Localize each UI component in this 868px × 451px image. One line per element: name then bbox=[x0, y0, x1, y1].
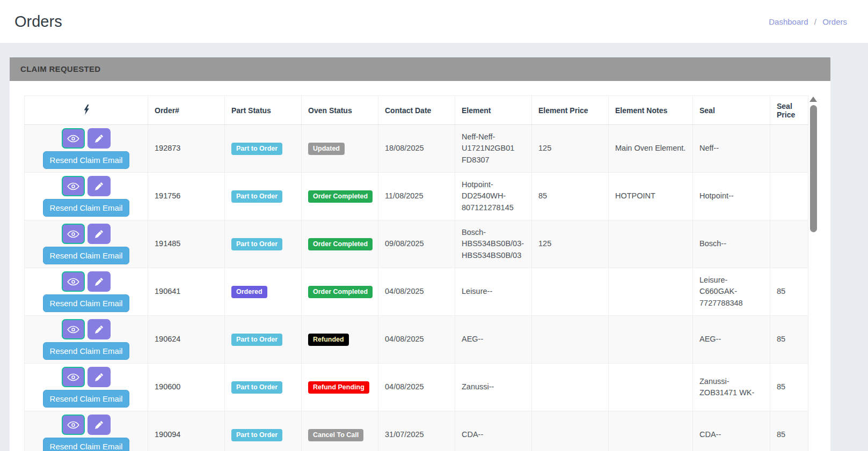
seal-price-cell bbox=[770, 173, 808, 220]
eye-icon bbox=[67, 326, 79, 334]
column-header-element-notes: Element Notes bbox=[609, 96, 693, 125]
oven-status-badge: Order Completed bbox=[308, 286, 373, 298]
pencil-icon bbox=[95, 182, 103, 190]
orders-table-header: Order#Part StatusOven StatusContact Date… bbox=[25, 96, 808, 125]
view-order-button[interactable] bbox=[62, 224, 85, 244]
resend-claim-email-button[interactable]: Resend Claim Email bbox=[43, 247, 130, 264]
eye-icon bbox=[67, 182, 79, 190]
pencil-icon bbox=[95, 230, 103, 238]
contact-date-cell: 04/08/2025 bbox=[378, 364, 455, 411]
resend-claim-email-button[interactable]: Resend Claim Email bbox=[43, 342, 130, 360]
order-number-cell: 190624 bbox=[148, 316, 225, 364]
oven-status-badge: Order Completed bbox=[308, 190, 373, 203]
resend-claim-email-button[interactable]: Resend Claim Email bbox=[43, 294, 130, 312]
seal-cell: Hotpoint-- bbox=[693, 173, 770, 220]
breadcrumb-orders-link[interactable]: Orders bbox=[822, 17, 847, 26]
oven-status-badge: Updated bbox=[308, 143, 345, 155]
seal-price-cell: 85 bbox=[770, 268, 808, 316]
resend-claim-email-button[interactable]: Resend Claim Email bbox=[43, 151, 130, 169]
contact-date-cell: 18/08/2025 bbox=[378, 125, 455, 173]
element-cell: Bosch-HBS534BS0B/03-HBS534BS0B/03 bbox=[455, 220, 532, 268]
view-order-button[interactable] bbox=[62, 367, 85, 387]
top-header-bar: Orders Dashboard / Orders bbox=[0, 0, 868, 43]
scroll-up-arrow-icon[interactable] bbox=[809, 97, 817, 102]
edit-order-button[interactable] bbox=[87, 319, 111, 339]
part-status-badge: Ordered bbox=[231, 286, 267, 298]
pencil-icon bbox=[95, 373, 103, 381]
orders-table: Order#Part StatusOven StatusContact Date… bbox=[24, 95, 808, 451]
order-number-cell: 192873 bbox=[148, 125, 225, 173]
order-number-cell: 190094 bbox=[148, 411, 225, 451]
part-status-cell: Part to Order bbox=[225, 411, 302, 451]
seal-price-cell bbox=[770, 125, 808, 173]
actions-cell: Resend Claim Email bbox=[25, 411, 148, 451]
element-notes-cell: Main Oven Element. bbox=[609, 125, 693, 173]
eye-icon bbox=[67, 135, 79, 143]
table-row: Resend Claim Email190624Part to OrderRef… bbox=[25, 316, 808, 364]
part-status-badge: Part to Order bbox=[231, 190, 282, 203]
element-notes-cell bbox=[609, 364, 693, 411]
breadcrumb-separator: / bbox=[814, 17, 816, 26]
edit-order-button[interactable] bbox=[87, 128, 111, 149]
column-header-actions bbox=[25, 96, 148, 125]
oven-status-cell: Order Completed bbox=[302, 220, 378, 268]
edit-order-button[interactable] bbox=[87, 415, 111, 435]
element-price-cell bbox=[532, 364, 609, 411]
oven-status-badge: Cancel To Call bbox=[308, 429, 363, 441]
resend-claim-email-button[interactable]: Resend Claim Email bbox=[43, 199, 130, 217]
view-order-button[interactable] bbox=[62, 319, 85, 339]
claim-requested-panel: CLAIM REQUESTED Order#Part StatusOven St… bbox=[10, 57, 830, 451]
column-header-element: Element bbox=[455, 96, 532, 125]
resend-claim-email-button[interactable]: Resend Claim Email bbox=[43, 390, 130, 408]
seal-price-cell bbox=[770, 220, 808, 268]
contact-date-cell: 31/07/2025 bbox=[378, 411, 455, 451]
claim-requested-panel-title: CLAIM REQUESTED bbox=[10, 57, 830, 81]
contact-date-cell: 04/08/2025 bbox=[378, 268, 455, 316]
breadcrumb-dashboard-link[interactable]: Dashboard bbox=[769, 17, 808, 26]
resend-claim-email-button[interactable]: Resend Claim Email bbox=[43, 438, 130, 451]
edit-order-button[interactable] bbox=[87, 176, 111, 196]
part-status-badge: Part to Order bbox=[231, 429, 282, 441]
view-order-button[interactable] bbox=[62, 128, 85, 149]
table-row: Resend Claim Email191756Part to OrderOrd… bbox=[25, 173, 808, 220]
edit-order-button[interactable] bbox=[87, 367, 111, 387]
scrollbar-thumb[interactable] bbox=[810, 105, 817, 232]
view-order-button[interactable] bbox=[62, 271, 85, 292]
seal-cell: CDA-- bbox=[693, 411, 770, 451]
oven-status-cell: Order Completed bbox=[302, 173, 378, 220]
part-status-cell: Part to Order bbox=[225, 364, 302, 411]
element-notes-cell bbox=[609, 411, 693, 451]
element-notes-cell bbox=[609, 268, 693, 316]
breadcrumb: Dashboard / Orders bbox=[769, 17, 847, 26]
element-price-cell: 125 bbox=[532, 220, 609, 268]
part-status-cell: Part to Order bbox=[225, 125, 302, 173]
edit-order-button[interactable] bbox=[87, 224, 111, 244]
view-order-button[interactable] bbox=[62, 176, 85, 196]
oven-status-cell: Cancel To Call bbox=[302, 411, 378, 451]
seal-cell: AEG-- bbox=[693, 316, 770, 364]
seal-cell: Bosch-- bbox=[693, 220, 770, 268]
edit-order-button[interactable] bbox=[87, 271, 111, 292]
eye-icon bbox=[67, 421, 79, 429]
element-notes-cell: HOTPOINT bbox=[609, 173, 693, 220]
actions-cell: Resend Claim Email bbox=[25, 364, 148, 411]
actions-cell: Resend Claim Email bbox=[25, 316, 148, 364]
column-header-order-: Order# bbox=[148, 96, 225, 125]
order-number-cell: 190641 bbox=[148, 268, 225, 316]
seal-price-cell: 85 bbox=[770, 316, 808, 364]
part-status-cell: Part to Order bbox=[225, 220, 302, 268]
column-header-part-status: Part Status bbox=[225, 96, 302, 125]
table-scrollbar[interactable] bbox=[809, 97, 817, 448]
oven-status-badge: Refunded bbox=[308, 334, 349, 346]
element-notes-cell bbox=[609, 220, 693, 268]
pencil-icon bbox=[95, 135, 103, 143]
actions-cell: Resend Claim Email bbox=[25, 173, 148, 220]
action-button-group bbox=[27, 367, 145, 387]
column-header-seal-price: Seal Price bbox=[770, 96, 808, 125]
oven-status-cell: Updated bbox=[302, 125, 378, 173]
seal-cell: Neff-- bbox=[693, 125, 770, 173]
view-order-button[interactable] bbox=[62, 415, 85, 435]
seal-cell: Leisure-C660GAK-7727788348 bbox=[693, 268, 770, 316]
contact-date-cell: 11/08/2025 bbox=[378, 173, 455, 220]
contact-date-cell: 04/08/2025 bbox=[378, 316, 455, 364]
